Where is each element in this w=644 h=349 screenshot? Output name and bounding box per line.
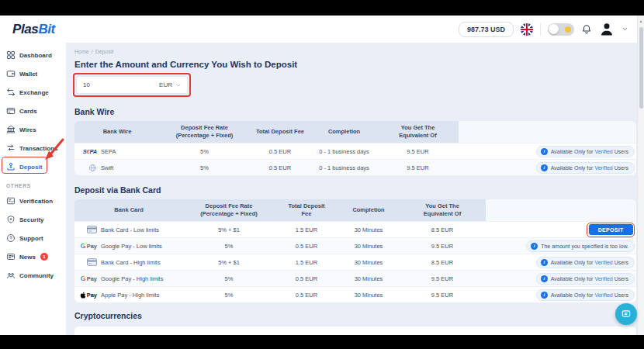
method-cell: GPayGoogle Pay - Low limits	[74, 238, 183, 254]
notifications-bell-icon[interactable]	[581, 24, 592, 35]
badge-text-suffix: Users	[613, 165, 628, 171]
uk-flag-icon[interactable]	[521, 23, 533, 36]
sidebar-item-exchange[interactable]: Exchange	[0, 83, 66, 102]
google-pay-logo: GPay	[74, 275, 101, 282]
cell-total-fee: 1.5 EUR	[275, 222, 338, 237]
cell-completion: 30 Minutes	[338, 254, 399, 270]
chat-support-button[interactable]	[615, 303, 637, 325]
method-cell: PayApple Pay - High limits	[74, 287, 183, 302]
cell-fee-rate: 5%	[160, 143, 249, 159]
bank-wire-section-title: Bank Wire	[74, 107, 636, 116]
amount-input[interactable]	[77, 81, 159, 88]
notification-count-badge: 1	[40, 253, 48, 261]
verified-link[interactable]: Verified	[594, 260, 612, 265]
cell-equivalent: 9.5 EUR	[377, 143, 459, 159]
method-label: Google Pay - Low limits	[101, 243, 162, 250]
cell-completion: 30 Minutes	[338, 287, 399, 302]
sidebar-item-transactions[interactable]: Transactions	[0, 139, 66, 157]
cell-completion: 30 Minutes	[338, 238, 399, 254]
badge-text-prefix: Available Only for	[551, 260, 595, 265]
balance-display[interactable]: 987.73 USD	[459, 22, 514, 37]
sepa-logo: S€PA	[74, 148, 101, 155]
exchange-icon	[6, 88, 16, 97]
breadcrumb-current: Deposit	[95, 49, 114, 54]
deposit-icon	[6, 162, 16, 171]
sidebar-others-section: VerificationSecuritySupportNews1Communit…	[0, 192, 66, 285]
sun-icon	[565, 26, 571, 33]
sidebar-item-label: Transactions	[19, 145, 57, 152]
dashboard-icon	[6, 50, 16, 60]
verified-link[interactable]: Verified	[594, 149, 612, 154]
action-cell: iAvailable Only for Verified Users	[486, 254, 636, 270]
theme-toggle[interactable]	[548, 23, 574, 36]
sidebar-item-support[interactable]: Support	[0, 229, 66, 247]
verified-users-badge: iAvailable Only for Verified Users	[536, 162, 635, 174]
header-divider	[540, 23, 541, 36]
cryptocurrencies-section-title: Cryptocurrencies	[74, 311, 636, 320]
verified-users-badge: iAvailable Only for Verified Users	[536, 257, 635, 268]
table-row: Swift5%0.5 EUR0 - 1 business days9.5 EUR…	[74, 159, 636, 175]
chevron-down-icon	[175, 82, 182, 88]
logo-text-secondary: Bit	[38, 22, 54, 36]
cell-total-fee: 1.5 EUR	[275, 254, 338, 270]
cell-completion: 30 Minutes	[338, 271, 399, 286]
amount-too-low-badge: iThe amount you specified is too low.	[526, 240, 635, 252]
user-avatar[interactable]	[599, 22, 615, 37]
sidebar-item-verification[interactable]: Verification	[0, 192, 66, 210]
table-row: PayApple Pay - High limits5%0.5 EUR30 Mi…	[74, 286, 636, 302]
cell-total-fee: 0.5 EUR	[249, 160, 311, 175]
column-header: You Get TheEquivalent Of	[377, 121, 459, 143]
action-cell: iAvailable Only for Verified Users	[486, 271, 636, 286]
action-cell: iAvailable Only for Verified Users	[459, 143, 636, 159]
badge-text-suffix: Users	[613, 260, 628, 265]
page-title: Enter the Amount and Currency You Wish t…	[74, 60, 636, 69]
badge-text: The amount you specified is too low.	[541, 244, 628, 249]
verified-link[interactable]: Verified	[594, 165, 612, 171]
column-header: Deposit Fee Rate(Percentage + Fixed)	[183, 199, 275, 221]
sidebar-item-label: Support	[19, 235, 43, 242]
vertical-scrollbar[interactable]: ▲	[637, 16, 644, 335]
sidebar-item-wires[interactable]: Wires	[0, 120, 66, 139]
sidebar-item-label: Cards	[19, 108, 37, 115]
deposit-button[interactable]: DEPOSIT	[589, 224, 633, 235]
column-header: Bank Card	[74, 199, 183, 221]
sidebar-item-community[interactable]: Community	[0, 266, 66, 285]
cell-total-fee: 0.5 EUR	[275, 238, 338, 254]
method-label: Bank Card - High limits	[101, 259, 161, 266]
scrollbar-up-arrow[interactable]: ▲	[638, 16, 644, 23]
bank-card-table: Bank CardDeposit Fee Rate(Percentage + F…	[74, 199, 636, 302]
chevron-down-icon[interactable]	[621, 26, 628, 33]
sidebar-item-wallet[interactable]: Wallet	[0, 64, 66, 83]
transactions-icon	[6, 143, 16, 153]
sidebar-item-cards[interactable]: Cards	[0, 102, 66, 120]
badge-text-suffix: Users	[613, 292, 628, 298]
currency-select[interactable]: EUR	[159, 81, 187, 88]
verification-icon	[6, 196, 16, 206]
action-cell: iAvailable Only for Verified Users	[459, 160, 636, 175]
verified-link[interactable]: Verified	[594, 292, 612, 298]
action-cell: iThe amount you specified is too low.	[486, 238, 636, 254]
sidebar-item-security[interactable]: Security	[0, 210, 66, 229]
badge-text-suffix: Users	[613, 276, 628, 282]
badge-text-prefix: Available Only for	[551, 149, 595, 154]
method-cell: Swift	[74, 160, 160, 175]
verified-link[interactable]: Verified	[594, 276, 612, 282]
cards-icon	[6, 106, 16, 116]
method-label: Apple Pay - High limits	[101, 292, 159, 299]
sidebar-item-deposit[interactable]: Deposit	[0, 157, 66, 176]
breadcrumb-home[interactable]: Home	[74, 49, 89, 54]
breadcrumb: Home/Deposit	[74, 49, 636, 54]
bank-card-icon	[74, 258, 101, 266]
plasbit-logo[interactable]: PlasBit	[12, 22, 55, 37]
column-header-actions	[459, 121, 636, 143]
cryptocurrencies-table-top	[74, 327, 636, 335]
table-row: Bank Card - High limits5% + $11.5 EUR30 …	[74, 254, 636, 270]
badge-text-prefix: Available Only for	[551, 276, 595, 282]
info-icon: i	[541, 259, 548, 266]
column-header: You Get TheEquivalent Of	[399, 199, 486, 221]
scrollbar-thumb[interactable]	[639, 27, 643, 109]
method-label: SEPA	[101, 148, 116, 155]
sidebar-item-dashboard[interactable]: Dashboard	[0, 46, 66, 64]
sidebar-item-news[interactable]: News1	[0, 247, 66, 266]
community-icon	[6, 271, 16, 280]
